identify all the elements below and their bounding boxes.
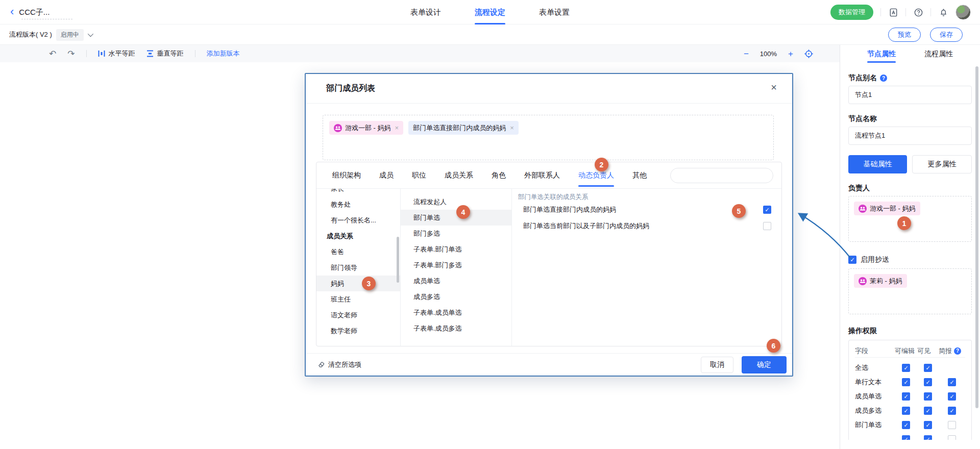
redo-icon[interactable]: ↷ (67, 49, 75, 58)
owner-tag[interactable]: 游戏一部 - 妈妈 (854, 202, 920, 215)
cc-select-box[interactable]: 茉莉 - 妈妈 (848, 268, 972, 314)
search-input[interactable] (671, 168, 771, 183)
cancel-button[interactable]: 取消 (701, 357, 733, 373)
selected-tag[interactable]: 部门单选直接部门内成员的妈妈 × (408, 121, 519, 135)
tab-org-structure[interactable]: 组织架构 (332, 162, 361, 189)
owner-select-box[interactable]: 游戏一部 - 妈妈 (848, 196, 972, 242)
list-item[interactable]: 语文老师 (316, 307, 400, 323)
list-item[interactable]: 子表单.部门多选 (401, 257, 511, 273)
visible-checkbox[interactable] (924, 421, 932, 429)
col-visible: 可见 (917, 346, 939, 356)
picker-columns: 家长 教务处 有一个很长名... 成员关系 爸爸 部门领导 妈妈 班主任 语文老… (316, 189, 781, 346)
node-name-input[interactable] (848, 127, 972, 145)
more-properties-button[interactable]: 更多属性 (912, 155, 972, 173)
relation-option-checkbox[interactable] (763, 206, 771, 214)
node-alias-label: 节点别名 (848, 73, 877, 83)
brief-help-icon[interactable]: ? (954, 347, 961, 355)
confirm-button[interactable]: 确定 (742, 356, 787, 373)
enable-cc-checkbox[interactable] (848, 256, 856, 264)
brief-checkbox[interactable] (948, 378, 956, 386)
vertical-spacing-button[interactable]: 垂直等距 (146, 49, 184, 58)
list-scrollbar[interactable] (397, 237, 399, 283)
selected-tags-box[interactable]: 游戏一部 - 妈妈 × 部门单选直接部门内成员的妈妈 × (323, 115, 774, 160)
remove-tag-icon[interactable]: × (510, 124, 514, 132)
contact-book-icon[interactable] (888, 7, 898, 17)
tab-external-contacts[interactable]: 外部联系人 (524, 162, 560, 189)
tab-positions[interactable]: 职位 (412, 162, 426, 189)
panel-scrollbar[interactable] (975, 66, 978, 408)
editable-checkbox[interactable] (902, 392, 910, 401)
add-version-link[interactable]: 添加新版本 (207, 49, 240, 58)
divider (930, 8, 931, 16)
relation-option-checkbox[interactable] (763, 222, 771, 230)
tab-flow-properties[interactable]: 流程属性 (924, 45, 953, 63)
field-name: 全选 (855, 363, 895, 372)
list-item[interactable]: 班主任 (316, 291, 400, 307)
editable-checkbox[interactable] (902, 435, 910, 440)
list-item[interactable]: 流程发起人 (401, 194, 511, 210)
help-icon[interactable] (913, 7, 923, 17)
editable-checkbox[interactable] (902, 378, 910, 386)
nav-tab-form-design[interactable]: 表单设计 (410, 0, 441, 24)
list-item[interactable]: 成员多选 (401, 289, 511, 305)
modal-footer: 清空所选项 取消 确定 (306, 353, 792, 376)
list-item[interactable]: 数学老师 (316, 323, 400, 339)
selected-tag[interactable]: 游戏一部 - 妈妈 × (329, 121, 403, 135)
preview-button[interactable]: 预览 (888, 28, 921, 42)
back-chevron-icon[interactable]: ‹ (10, 6, 14, 17)
basic-properties-button[interactable]: 基础属性 (848, 155, 907, 173)
nav-tab-flow-setting[interactable]: 流程设定 (475, 0, 505, 24)
undo-icon[interactable]: ↶ (49, 49, 56, 58)
list-item[interactable]: 爸爸 (316, 244, 400, 260)
help-question-icon[interactable]: ? (880, 74, 887, 82)
zoom-out-button[interactable]: − (744, 49, 749, 58)
editable-checkbox[interactable] (902, 421, 910, 429)
tab-others[interactable]: 其他 (632, 162, 647, 189)
save-button[interactable]: 保存 (930, 28, 963, 42)
brief-checkbox[interactable] (948, 435, 956, 440)
chevron-down-icon[interactable] (88, 31, 93, 37)
brief-checkbox[interactable] (948, 407, 956, 415)
tab-member-relations[interactable]: 成员关系 (445, 162, 473, 189)
zoom-in-button[interactable]: + (788, 49, 793, 58)
node-alias-input[interactable] (848, 86, 972, 104)
list-item[interactable]: 教务处 (316, 196, 400, 212)
list-item[interactable]: 家长 (316, 189, 400, 196)
eraser-icon (317, 361, 325, 368)
list-item[interactable]: 成员单选 (401, 273, 511, 289)
list-item[interactable]: 有一个很长名... (316, 212, 400, 228)
relation-group-header: 部门单选关联的成员关系 (512, 189, 781, 202)
brief-checkbox[interactable] (948, 421, 956, 429)
fit-target-icon[interactable] (804, 49, 813, 58)
nav-tab-form-setting[interactable]: 表单设置 (539, 0, 570, 24)
remove-tag-icon[interactable]: × (395, 124, 399, 132)
tab-members[interactable]: 成员 (379, 162, 394, 189)
visible-checkbox[interactable] (924, 407, 932, 415)
clear-selection-label: 清空所选项 (328, 360, 361, 369)
list-item[interactable]: 部门多选 (401, 226, 511, 241)
list-item[interactable]: 子表单.成员多选 (401, 320, 511, 336)
visible-checkbox[interactable] (924, 435, 932, 440)
visible-checkbox[interactable] (924, 378, 932, 386)
field-name: 部门单选 (855, 420, 895, 430)
cc-tag[interactable]: 茉莉 - 妈妈 (854, 274, 907, 288)
close-icon[interactable]: × (771, 82, 777, 92)
user-avatar[interactable] (955, 5, 971, 20)
clear-selection-button[interactable]: 清空所选项 (317, 360, 361, 369)
list-item[interactable]: 子表单.成员单选 (401, 305, 511, 320)
data-manage-button[interactable]: 数据管理 (830, 5, 873, 20)
visible-checkbox[interactable] (924, 364, 932, 372)
relation-option-label: 部门单选直接部门内成员的妈妈 (523, 205, 763, 214)
horizontal-spacing-button[interactable]: 水平等距 (98, 49, 135, 58)
list-item-selected[interactable]: 妈妈 (316, 276, 400, 291)
editable-checkbox[interactable] (902, 407, 910, 415)
brief-checkbox[interactable] (948, 392, 956, 401)
list-item[interactable]: 部门领导 (316, 260, 400, 276)
list-item[interactable]: 子表单.部门单选 (401, 241, 511, 257)
visible-checkbox[interactable] (924, 392, 932, 401)
editable-checkbox[interactable] (902, 364, 910, 372)
notification-bell-icon[interactable] (938, 7, 948, 17)
tab-node-properties[interactable]: 节点属性 (867, 45, 896, 63)
tab-roles[interactable]: 角色 (492, 162, 506, 189)
relation-option-label: 部门单选当前部门以及子部门内成员的妈妈 (523, 221, 763, 231)
